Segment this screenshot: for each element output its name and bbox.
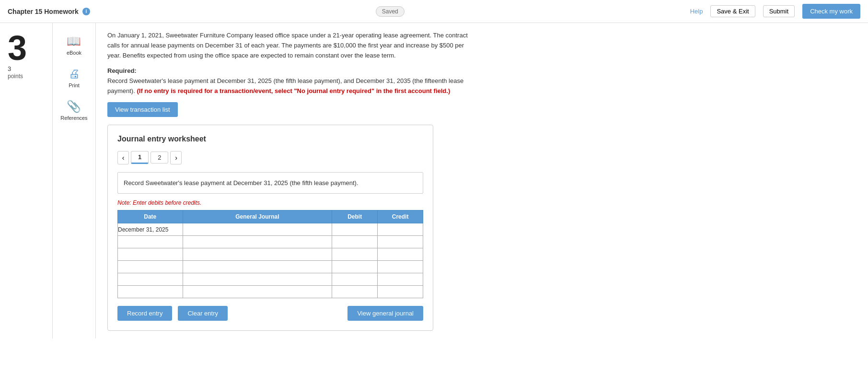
credit-cell[interactable] [378,248,423,261]
required-warning: (If no entry is required for a transacti… [137,87,450,94]
required-label: Required: [107,67,137,74]
date-cell[interactable] [118,236,183,248]
credit-input[interactable] [378,286,423,298]
general-journal-input[interactable] [183,223,332,235]
date-input[interactable] [118,248,183,260]
table-row [118,236,423,248]
tab-navigation: ‹ 1 2 › [117,151,423,164]
general-journal-cell[interactable] [183,223,332,236]
col-header-general: General Journal [183,210,332,223]
debit-input[interactable] [332,223,377,235]
debit-input[interactable] [332,273,377,285]
view-transaction-button[interactable]: View transaction list [107,102,178,117]
question-number-panel: 3 3 points [0,23,53,338]
header-right: Help Save & Exit Submit Check my work [690,4,860,19]
debit-input[interactable] [332,248,377,260]
problem-body: On January 1, 2021, Sweetwater Furniture… [107,31,472,60]
credit-cell[interactable] [378,261,423,273]
table-row [118,248,423,261]
general-journal-cell[interactable] [183,286,332,298]
sidebar-label-references: References [60,115,87,121]
sidebar: 📖 eBook 🖨 Print 📎 References [53,23,96,338]
table-row [118,273,423,286]
general-journal-input[interactable] [183,286,332,298]
general-journal-input[interactable] [183,236,332,248]
general-journal-input[interactable] [183,273,332,285]
saved-status-area: Saved [376,8,405,15]
check-work-button[interactable]: Check my work [802,4,860,19]
credit-input[interactable] [378,236,423,248]
header: Chapter 15 Homework i Saved Help Save & … [0,0,868,23]
description-box: Record Sweetwater's lease payment at Dec… [117,172,423,194]
worksheet-title: Journal entry worksheet [117,135,423,143]
credit-input[interactable] [378,248,423,260]
required-section: Required: Record Sweetwater's lease paym… [107,66,472,96]
general-journal-cell[interactable] [183,236,332,248]
sidebar-label-ebook: eBook [67,50,81,56]
debit-input[interactable] [332,286,377,298]
date-cell[interactable] [118,273,183,286]
points-value: 3 [8,65,11,72]
ebook-icon: 📖 [67,35,81,48]
debit-cell[interactable] [332,223,378,236]
general-journal-cell[interactable] [183,248,332,261]
debit-cell[interactable] [332,236,378,248]
sidebar-item-references[interactable]: 📎 References [57,96,91,125]
references-icon: 📎 [67,100,81,113]
credit-cell[interactable] [378,223,423,236]
view-general-journal-button[interactable]: View general journal [347,306,423,321]
points-area: 3 points [8,65,23,80]
debit-cell[interactable] [332,273,378,286]
date-cell[interactable] [118,248,183,261]
record-entry-button[interactable]: Record entry [117,306,172,321]
col-header-date: Date [118,210,183,223]
info-icon[interactable]: i [82,8,90,15]
date-input[interactable] [118,261,183,273]
general-journal-input[interactable] [183,248,332,260]
page-title: Chapter 15 Homework [8,8,79,15]
tab-prev-arrow[interactable]: ‹ [117,151,129,164]
col-header-credit: Credit [378,210,423,223]
debit-input[interactable] [332,261,377,273]
date-cell[interactable] [118,286,183,298]
general-journal-input[interactable] [183,261,332,273]
credit-input[interactable] [378,223,423,235]
debit-cell[interactable] [332,286,378,298]
clear-entry-button[interactable]: Clear entry [178,306,228,321]
tab-2[interactable]: 2 [150,152,168,163]
general-journal-cell[interactable] [183,273,332,286]
header-left: Chapter 15 Homework i [8,8,90,15]
date-input[interactable] [118,236,183,248]
main-container: 3 3 points 📖 eBook 🖨 Print 📎 References … [0,23,868,338]
col-header-debit: Debit [332,210,378,223]
worksheet-container: Journal entry worksheet ‹ 1 2 › Record S… [107,125,433,331]
points-label: points [8,73,23,80]
debit-cell[interactable] [332,261,378,273]
credit-cell[interactable] [378,286,423,298]
table-row [118,286,423,298]
date-input[interactable] [118,273,183,285]
credit-cell[interactable] [378,273,423,286]
date-cell[interactable] [118,261,183,273]
sidebar-item-print[interactable]: 🖨 Print [65,63,84,92]
sidebar-label-print: Print [69,82,80,88]
worksheet-buttons: Record entry Clear entry View general jo… [117,306,423,321]
content-area: On January 1, 2021, Sweetwater Furniture… [96,23,868,338]
sidebar-item-ebook[interactable]: 📖 eBook [63,31,85,59]
general-journal-cell[interactable] [183,261,332,273]
save-exit-button[interactable]: Save & Exit [710,5,755,17]
debit-input[interactable] [332,236,377,248]
tab-1[interactable]: 1 [131,151,149,164]
debit-cell[interactable] [332,248,378,261]
table-row [118,261,423,273]
help-link[interactable]: Help [690,8,703,15]
submit-button[interactable]: Submit [763,5,795,17]
credit-cell[interactable] [378,236,423,248]
credit-input[interactable] [378,261,423,273]
tab-next-arrow[interactable]: › [170,151,182,164]
question-number: 3 [8,31,27,65]
print-icon: 🖨 [69,67,80,81]
credit-input[interactable] [378,273,423,285]
note-text: Note: Enter debits before credits. [117,199,423,206]
date-input[interactable] [118,286,183,298]
